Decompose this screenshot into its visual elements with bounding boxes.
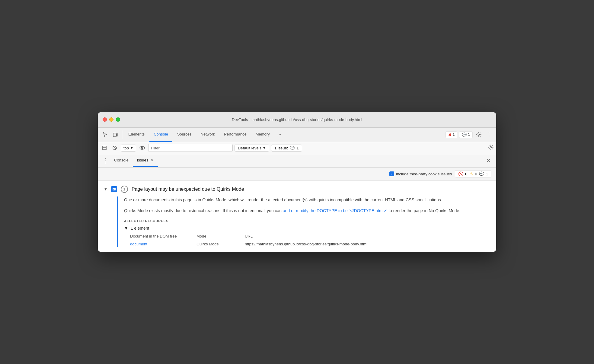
default-levels-icon: ▼ bbox=[263, 146, 266, 150]
third-party-checkbox[interactable]: ✓ bbox=[389, 171, 394, 176]
more-options-btn[interactable]: ⋮ bbox=[484, 130, 494, 139]
issue-link[interactable]: add or modify the DOCTYPE to be `<!DOCTY… bbox=[283, 208, 387, 213]
info-count: 1 bbox=[468, 133, 470, 137]
issue-item: ▼ 1 Page layout may be unexpected due to… bbox=[98, 181, 496, 252]
info-count-num: 1 bbox=[486, 172, 488, 176]
table-cell-url: https://mathiasbynens.github.io/css-dbg-… bbox=[245, 241, 490, 247]
svg-rect-0 bbox=[113, 133, 116, 137]
issues-panel-label: Issues bbox=[137, 158, 148, 162]
error-badge[interactable]: ✖ 1 bbox=[446, 131, 458, 138]
issues-tab-close[interactable]: ✕ bbox=[151, 158, 154, 162]
filter-input[interactable] bbox=[148, 144, 233, 152]
panel-close-btn[interactable]: ✕ bbox=[484, 156, 493, 165]
panel-tab-more-btn[interactable]: ⋮ bbox=[101, 156, 110, 165]
cursor-icon-btn[interactable] bbox=[100, 130, 110, 139]
clear-console-btn[interactable] bbox=[100, 144, 109, 152]
error-icon: ✖ bbox=[448, 133, 452, 137]
console-panel-label: Console bbox=[114, 158, 129, 162]
traffic-lights bbox=[103, 117, 120, 122]
warning-count-icon: ⚠ bbox=[469, 171, 473, 176]
warning-count-num: 0 bbox=[475, 172, 477, 176]
settings-btn[interactable] bbox=[474, 130, 484, 139]
svg-point-2 bbox=[478, 134, 480, 136]
main-content: ▼ 1 Page layout may be unexpected due to… bbox=[98, 181, 496, 252]
issue-desc-2: Quirks Mode exists mostly due to histori… bbox=[124, 207, 490, 214]
issue-type-icon bbox=[111, 186, 117, 192]
element-count: 1 element bbox=[131, 226, 149, 231]
svg-rect-12 bbox=[113, 189, 114, 190]
third-party-label: Include third-party cookie issues bbox=[396, 172, 452, 176]
tab-network[interactable]: Network bbox=[196, 127, 219, 142]
document-link[interactable]: document bbox=[130, 242, 147, 246]
issue-type-icon: 💬 bbox=[290, 146, 295, 150]
affected-label: AFFECTED RESOURCES bbox=[124, 219, 490, 223]
affected-resources: AFFECTED RESOURCES ▼ 1 element Document … bbox=[124, 219, 490, 247]
window-title: DevTools - mathiasbynens.github.io/css-d… bbox=[232, 117, 362, 122]
third-party-checkbox-label[interactable]: ✓ Include third-party cookie issues bbox=[389, 171, 452, 176]
tab-console[interactable]: Console bbox=[149, 127, 172, 142]
issues-filter-bar: ✓ Include third-party cookie issues 🚫 0 … bbox=[98, 168, 496, 181]
issue-badge-toolbar[interactable]: 1 Issue: 💬 1 bbox=[271, 145, 302, 152]
devtools-toolbar: Elements Console Sources Network Perform… bbox=[98, 128, 496, 142]
default-levels-dropdown[interactable]: Default levels ▼ bbox=[235, 145, 269, 152]
minimize-button[interactable] bbox=[109, 117, 113, 122]
issue-count-badge: 1 bbox=[121, 186, 128, 193]
tab-performance[interactable]: Performance bbox=[220, 127, 251, 142]
issue-desc-1: One or more documents in this page is in… bbox=[124, 196, 490, 203]
table-row: document Quirks Mode https://mathiasbyne… bbox=[130, 241, 490, 247]
table-header: Document in the DOM tree Mode URL bbox=[130, 234, 490, 240]
resources-chevron-icon: ▼ bbox=[124, 226, 128, 231]
tab-memory[interactable]: Memory bbox=[251, 127, 274, 142]
table-cell-document: document bbox=[130, 241, 184, 247]
info-count-icon: 💬 bbox=[479, 171, 484, 176]
issue-count-group[interactable]: 🚫 0 ⚠ 0 💬 1 bbox=[455, 170, 491, 177]
info-badge[interactable]: 💬 1 bbox=[459, 131, 473, 138]
issue-text: 1 Issue: bbox=[274, 146, 288, 150]
svg-marker-3 bbox=[103, 146, 106, 150]
tab-elements[interactable]: Elements bbox=[124, 127, 149, 142]
svg-rect-1 bbox=[117, 134, 118, 136]
svg-rect-11 bbox=[113, 189, 115, 189]
default-levels-label: Default levels bbox=[238, 146, 261, 150]
issue-body: One or more documents in this page is in… bbox=[117, 196, 490, 247]
info-icon: 💬 bbox=[462, 133, 467, 137]
top-selector[interactable]: top ▼ bbox=[121, 145, 136, 152]
prohibit-btn[interactable] bbox=[110, 144, 119, 152]
console-toolbar: top ▼ Default levels ▼ 1 Issue: 💬 1 bbox=[98, 142, 496, 154]
resources-table: Document in the DOM tree Mode URL docume… bbox=[130, 234, 490, 247]
svg-point-9 bbox=[490, 146, 492, 148]
panel-tabs: ⋮ Console Issues ✕ ✕ bbox=[98, 154, 496, 168]
tab-sources[interactable]: Sources bbox=[173, 127, 196, 142]
zoom-button[interactable] bbox=[116, 117, 120, 122]
top-dropdown-icon: ▼ bbox=[130, 146, 133, 150]
issue-title: Page layout may be unexpected due to Qui… bbox=[132, 187, 244, 192]
resources-expander[interactable]: ▼ 1 element bbox=[124, 226, 490, 231]
error-count: 1 bbox=[453, 133, 455, 137]
error-count-num: 0 bbox=[465, 172, 467, 176]
error-count-icon: 🚫 bbox=[458, 171, 463, 176]
close-button[interactable] bbox=[103, 117, 107, 122]
table-cell-mode: Quirks Mode bbox=[196, 241, 233, 247]
top-label: top bbox=[123, 146, 129, 150]
issue-description: One or more documents in this page is in… bbox=[124, 196, 490, 214]
col-header-mode: Mode bbox=[196, 234, 233, 239]
tab-more[interactable]: » bbox=[275, 127, 285, 142]
toolbar-divider bbox=[122, 130, 122, 139]
eye-btn[interactable] bbox=[138, 144, 146, 152]
devtools-window: DevTools - mathiasbynens.github.io/css-d… bbox=[98, 112, 496, 252]
svg-line-6 bbox=[113, 147, 116, 149]
issue-header[interactable]: ▼ 1 Page layout may be unexpected due to… bbox=[104, 186, 490, 193]
console-settings-icon[interactable] bbox=[488, 144, 494, 152]
col-header-document: Document in the DOM tree bbox=[130, 234, 184, 239]
tab-console-panel[interactable]: Console bbox=[110, 154, 133, 167]
col-header-url: URL bbox=[245, 234, 490, 239]
tab-issues-panel[interactable]: Issues ✕ bbox=[133, 154, 158, 167]
svg-point-8 bbox=[141, 147, 143, 149]
device-toolbar-btn[interactable] bbox=[110, 130, 120, 139]
svg-point-7 bbox=[140, 146, 145, 149]
titlebar: DevTools - mathiasbynens.github.io/css-d… bbox=[98, 112, 496, 128]
issue-chevron-icon: ▼ bbox=[104, 187, 107, 191]
svg-rect-10 bbox=[113, 188, 116, 190]
issue-count-toolbar: 1 bbox=[296, 146, 299, 150]
